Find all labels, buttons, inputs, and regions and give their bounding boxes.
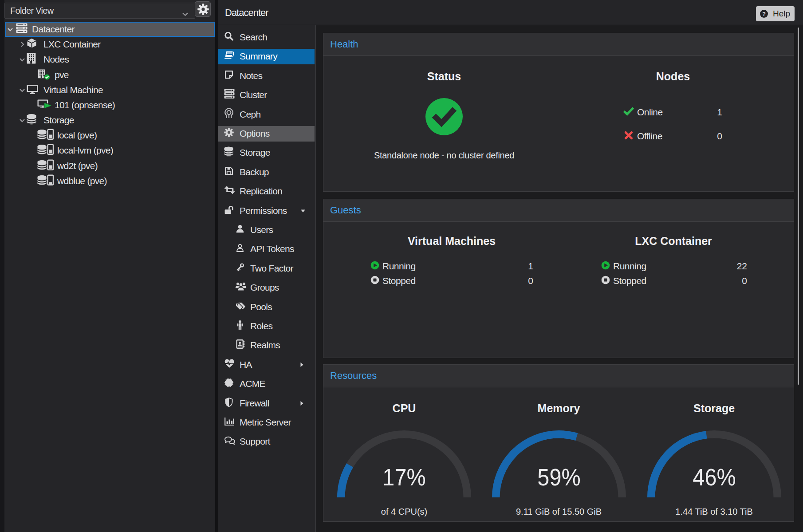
svg-text:?: ? (762, 11, 766, 17)
